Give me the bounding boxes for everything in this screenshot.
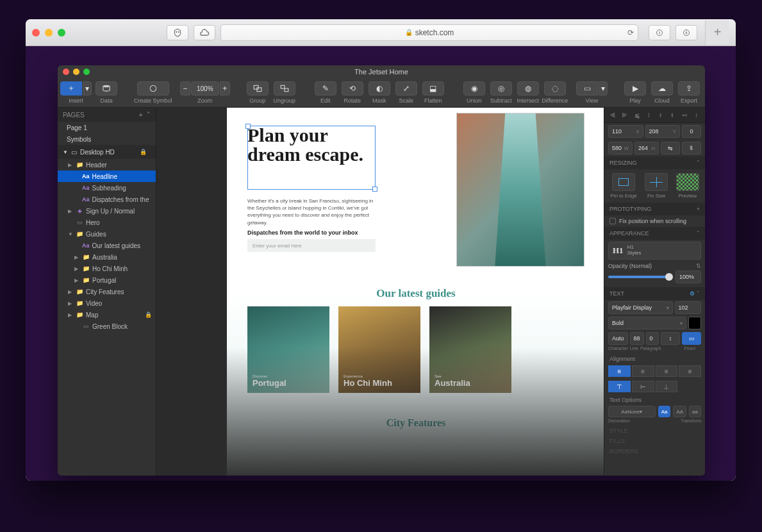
font-size-field[interactable]: 102 xyxy=(675,301,702,314)
font-field[interactable]: Playfair Display▾ xyxy=(608,301,673,314)
appearance-header[interactable]: APPEARANCE˅ xyxy=(604,227,705,240)
union-tool[interactable]: ◉Union xyxy=(461,81,488,104)
difference-tool[interactable]: ◌Difference xyxy=(542,81,568,104)
transform-lower[interactable]: aa xyxy=(689,406,701,417)
pin-to-edge-button[interactable] xyxy=(612,173,635,191)
resizing-header[interactable]: RESIZING˅ xyxy=(604,156,705,169)
valign-top-button[interactable]: ⊤ xyxy=(608,381,631,392)
city-features-title[interactable]: City Features xyxy=(227,417,604,429)
layer-header[interactable]: ▶📁Header xyxy=(58,159,156,170)
artboard-header[interactable]: ▼▭Desktop HD 🔒 xyxy=(58,145,156,159)
distribute-v-icon[interactable]: ↕ xyxy=(692,110,701,120)
style-section[interactable]: STYLE xyxy=(604,426,705,436)
layer-portugal[interactable]: ▶📁Portugal xyxy=(58,274,156,286)
page-item[interactable]: Symbols xyxy=(58,133,156,145)
view-tool[interactable]: ▭▾View xyxy=(576,81,608,104)
distribute-h-icon[interactable]: ⇿ xyxy=(680,110,690,120)
layer-australia[interactable]: ▶📁Australia xyxy=(58,251,156,263)
group-tool[interactable]: Group xyxy=(244,81,271,104)
intersect-tool[interactable]: ◍Intersect xyxy=(515,81,542,104)
mask-tool[interactable]: ◐Mask xyxy=(366,81,393,104)
align-right-button[interactable]: ≡ xyxy=(656,365,678,377)
layer-dispatches[interactable]: AaDispatches from the xyxy=(58,194,156,205)
text-header[interactable]: TEXT⚙ ˅ xyxy=(604,287,705,300)
lock-icon[interactable]: 🔒 xyxy=(140,149,147,155)
align-hcenter-icon[interactable]: ⫸ xyxy=(620,110,629,120)
font-weight-field[interactable]: Bold▾ xyxy=(608,317,686,329)
add-icon[interactable]: + xyxy=(697,206,700,212)
flip-v-icon[interactable]: ⥮ xyxy=(682,142,701,154)
cloud-tool[interactable]: ☁Cloud xyxy=(649,81,675,104)
fills-section[interactable]: Fills xyxy=(604,436,705,446)
zoom-window-icon[interactable] xyxy=(58,29,65,37)
reader-button[interactable] xyxy=(649,25,670,40)
icloud-tabs-button[interactable] xyxy=(194,25,215,40)
transform-caps[interactable]: AA xyxy=(673,406,686,417)
align-vcenter-icon[interactable]: ⫲ xyxy=(656,110,665,120)
data-tool[interactable]: Data xyxy=(93,81,120,104)
opacity-value[interactable]: 100% xyxy=(675,270,701,283)
downloads-button[interactable] xyxy=(675,25,697,40)
align-center-button[interactable]: ≡ xyxy=(632,365,654,377)
email-input[interactable]: Enter your email here xyxy=(247,239,376,252)
fix-size-button[interactable] xyxy=(645,173,668,191)
flatten-tool[interactable]: ⬓Flatten xyxy=(420,81,447,104)
decoration-select[interactable]: Aa None ▾ xyxy=(608,406,656,417)
create-symbol-tool[interactable]: Create Symbol xyxy=(134,81,172,104)
layer-hochiminh[interactable]: ▶📁Ho Chi Minh xyxy=(58,263,156,274)
headline-text[interactable]: Plan your dream escape. xyxy=(247,126,376,164)
layer-our-latest[interactable]: AaOur latest guides xyxy=(58,240,156,251)
valign-middle-button[interactable]: ⊢ xyxy=(632,381,654,392)
scale-tool[interactable]: ⤢Scale xyxy=(393,81,420,104)
align-bottom-icon[interactable]: ⫳ xyxy=(668,110,677,120)
minimize-window-icon[interactable] xyxy=(45,29,53,37)
hero-image[interactable] xyxy=(456,113,584,267)
layer-guides[interactable]: ▼📁Guides xyxy=(58,228,156,240)
layer-video[interactable]: ▶📁Video xyxy=(58,297,156,309)
fixed-toggle[interactable]: ▭ xyxy=(682,332,701,345)
x-field[interactable]: 110X xyxy=(608,125,643,138)
guide-card-portugal[interactable]: DiscoverPortugal xyxy=(247,306,329,393)
new-tab-button[interactable]: + xyxy=(705,21,729,45)
layer-green-block[interactable]: ▭Green Block xyxy=(58,320,156,332)
y-field[interactable]: 208Y xyxy=(645,125,681,138)
layer-subheading[interactable]: AaSubheading xyxy=(58,182,156,194)
guide-card-hochiminh[interactable]: ExperienceHo Chi Minh xyxy=(338,306,420,393)
artboard[interactable]: Plan your dream escape. Whether it's a c… xyxy=(227,108,604,476)
guides-title[interactable]: Our latest guides xyxy=(227,287,604,300)
flip-h-icon[interactable]: ⇋ xyxy=(661,142,680,154)
rotation-field[interactable]: 0 xyxy=(682,125,701,138)
rotate-tool[interactable]: ⟲Rotate xyxy=(339,81,366,104)
edit-tool[interactable]: ✎Edit xyxy=(312,81,339,104)
address-bar[interactable]: 🔒 sketch.com ⟳ xyxy=(220,24,638,41)
align-left-button[interactable]: ≡ xyxy=(608,365,631,377)
page-item[interactable]: Page 1 xyxy=(58,122,156,133)
reload-icon[interactable]: ⟳ xyxy=(627,28,634,37)
close-window-icon[interactable] xyxy=(32,29,40,37)
para-icon[interactable]: ↕ xyxy=(661,332,680,345)
line-spacing[interactable]: 0 xyxy=(646,332,659,345)
layer-map[interactable]: ▶📁Map🔒 xyxy=(58,309,156,320)
gear-icon[interactable]: ⚙ xyxy=(690,290,695,297)
text-color-swatch[interactable] xyxy=(688,317,701,329)
ungroup-tool[interactable]: Ungroup xyxy=(271,81,298,104)
text-style-select[interactable]: H1H1Styles xyxy=(608,242,701,260)
layer-signup[interactable]: ▶◈Sign Up / Normal xyxy=(58,205,156,217)
play-tool[interactable]: ▶Play xyxy=(622,81,649,104)
align-right-icon[interactable]: ⫹ xyxy=(632,110,642,120)
char-spacing[interactable]: 88 xyxy=(630,332,644,345)
canvas[interactable]: Plan your dream escape. Whether it's a c… xyxy=(156,108,604,476)
transform-aa[interactable]: Aa xyxy=(658,406,671,417)
align-justify-button[interactable]: ≡ xyxy=(679,365,701,377)
prototyping-header[interactable]: PROTOTYPING+ xyxy=(604,203,705,215)
height-field[interactable]: 264H xyxy=(634,142,659,154)
subheading-text[interactable]: Whether it's a city break in San Francis… xyxy=(247,197,376,226)
layer-city-features[interactable]: ▶📁City Features xyxy=(58,286,156,297)
privacy-report-button[interactable] xyxy=(167,25,188,40)
add-page-icon[interactable]: + xyxy=(139,111,143,119)
align-left-icon[interactable]: ⫷ xyxy=(608,110,618,120)
zoom-tool[interactable]: − 100% + Zoom xyxy=(180,81,230,104)
width-field[interactable]: 580W xyxy=(608,142,633,154)
layer-hero[interactable]: ▭Hero xyxy=(58,217,156,228)
export-tool[interactable]: ⇪Export xyxy=(675,81,702,104)
